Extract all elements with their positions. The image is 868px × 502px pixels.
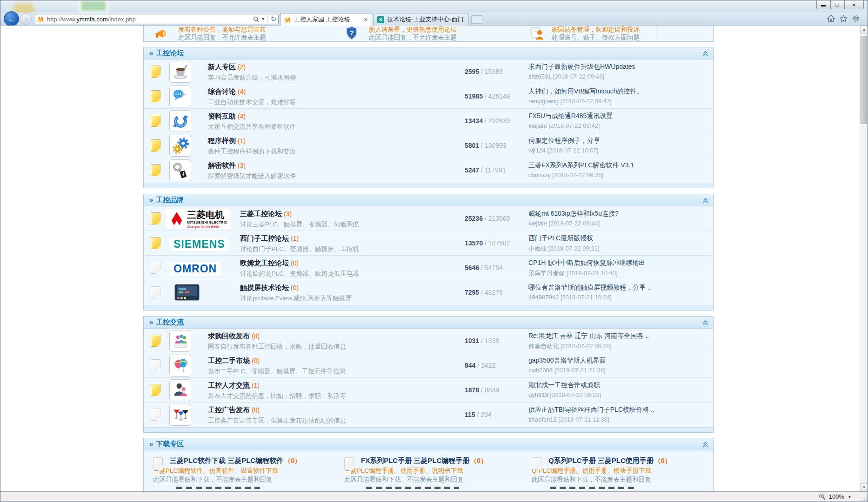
last-post-author[interactable]: qyh919	[528, 391, 548, 398]
download-sub-link[interactable]: 三菱PLC编程手册、使用手册、说明书下载	[344, 468, 487, 474]
last-post-time: [2018-07-22 09:44]	[548, 220, 600, 227]
last-post-link[interactable]: 湖北找一工控合作或兼职	[528, 381, 710, 390]
last-post-author[interactable]: zhz6531	[528, 73, 551, 80]
last-post-author[interactable]: wjl124	[528, 147, 546, 154]
tab-close-icon[interactable]: ✕	[364, 17, 368, 23]
scrollbar-thumb[interactable]	[861, 36, 867, 124]
download-sub-link[interactable]: Q-PLC编程手册、使用手册、模块手册下载	[532, 468, 671, 474]
zoom-dropdown-icon[interactable]: ▼	[848, 495, 852, 499]
settings-gear-icon[interactable]	[852, 15, 860, 22]
forum-title-link[interactable]: 触摸屏技术论坛	[240, 284, 289, 291]
last-post-author[interactable]: cbonszy	[528, 172, 551, 178]
forum-title-link[interactable]: 程序样例	[208, 137, 236, 145]
resize-grip[interactable]	[861, 495, 867, 501]
last-post-link[interactable]: FX5U与威纶通R485通讯设置	[528, 112, 710, 120]
download-forum-link[interactable]: FX系列PLC手册 三菱PLC编程手册	[361, 456, 469, 464]
last-post-author[interactable]: 菜鸟学习者@	[528, 270, 565, 277]
last-post-time: [2018-07-22 09:47]	[561, 98, 612, 105]
restore-button[interactable]: ❐	[830, 0, 844, 9]
section-header[interactable]: »工控交流	[144, 317, 713, 329]
forum-title-link[interactable]: 资料互助	[208, 112, 236, 120]
tab-active[interactable]: M 工控人家园 工控论坛 ✕	[280, 13, 372, 26]
last-post-link[interactable]: 供应正品TBI导轨丝杆西门子PLC模块价格 ..	[528, 406, 710, 414]
announcement-link[interactable]: 新人请来看，更快熟悉使用论坛	[369, 26, 457, 33]
last-post-author[interactable]: zhaofan12	[528, 416, 557, 423]
last-post-author[interactable]: 苏南自动化	[528, 343, 559, 350]
desktop-glass-artifact	[79, 0, 108, 13]
vertical-scrollbar[interactable]: ▲ ▼	[860, 26, 868, 491]
forum-row: 资料互助(4)大家互相交流共享各种资料软件13434 / 292839FX5U与…	[144, 109, 713, 133]
section-header[interactable]: »工控品牌	[144, 194, 713, 206]
last-post-author[interactable]: renqiguang	[528, 98, 559, 105]
last-post-link[interactable]: 伺服定位程序例子，分享	[528, 137, 710, 145]
download-forum-link[interactable]: Q系列PLC手册 三菱PLC使用手册	[548, 456, 654, 464]
favorites-star-icon[interactable]	[840, 15, 848, 22]
forum-title-link[interactable]: 工控二手市场	[208, 357, 250, 364]
back-button[interactable]: ←	[4, 11, 19, 26]
folder-new-posts-icon	[151, 90, 160, 102]
last-post-author[interactable]: xiejiale	[528, 220, 547, 227]
tab-inactive[interactable]: S 技术论坛-工业支持中心-西门...	[373, 13, 469, 26]
last-post-link[interactable]: 威纶mt 6103ip怎样和fx5u连接?	[528, 210, 710, 218]
zoom-level: 100%	[829, 493, 844, 500]
forum-icon	[169, 110, 191, 132]
announcement-link[interactable]: 发布各种公告，奖励与惩罚宣布	[178, 26, 266, 33]
announcement-link[interactable]: 家园站务管理，欢迎建议和投诉	[552, 26, 640, 33]
folder-icon	[151, 262, 160, 274]
forum-description: 讨论三菱PLC、触摸屏、变频器、伺服系统	[240, 220, 482, 229]
forward-button[interactable]: →	[20, 13, 32, 25]
last-post-author[interactable]: xiejiale	[528, 122, 547, 129]
search-icon[interactable]	[253, 16, 259, 22]
forum-icon	[169, 61, 191, 83]
address-dropdown-icon[interactable]: ▼	[261, 17, 266, 21]
section-header[interactable]: »工控论坛	[144, 47, 713, 59]
zoom-control[interactable]: 100% ▼	[819, 493, 852, 500]
last-post-link[interactable]: 三菱FX系列A系列PLC解密软件 V3.1	[528, 161, 710, 170]
folder-icon	[151, 359, 160, 371]
collapse-icon[interactable]	[702, 197, 708, 205]
last-post-link[interactable]: Re:黑龙江 吉林 辽宁 山东 河南等全国各 ..	[528, 332, 710, 340]
forum-title-link[interactable]: 三菱工控论坛	[240, 210, 282, 218]
refresh-icon[interactable]: ↻	[270, 15, 276, 23]
scroll-down-arrow[interactable]: ▼	[860, 483, 868, 491]
folder-new-posts-icon	[151, 212, 160, 225]
forum-row: 求购回收发布(8)网友自行发布各种工控回收，求购，批量回收信息1031 / 19…	[144, 329, 713, 353]
forum-title-link[interactable]: 工控广告发布	[208, 406, 250, 414]
forum-title-link[interactable]: 工控人才交流	[208, 381, 250, 389]
last-post-link[interactable]: 西门子PLC最新版授权	[528, 234, 710, 243]
last-post: 威纶mt 6103ip怎样和fx5u连接?xiejiale [2018-07-2…	[528, 210, 710, 227]
minimize-button[interactable]: ▬	[816, 0, 830, 9]
forum-title-link[interactable]: 综合讨论	[208, 87, 236, 95]
collapse-icon[interactable]	[702, 319, 708, 328]
last-post-link[interactable]: 大神们，如何用VB编写Intouch的控件。	[528, 87, 710, 96]
forum-title-link[interactable]: 西门子工控论坛	[240, 234, 289, 242]
collapse-icon[interactable]	[702, 441, 708, 449]
folder-new-posts-icon	[151, 237, 160, 249]
address-bar[interactable]: M http://www.ymmfa.com/index.php ▼ ↻	[35, 14, 279, 24]
last-post-author[interactable]: cwb2008	[528, 367, 553, 374]
forum-title-link[interactable]: 求购回收发布	[208, 332, 250, 340]
shield-icon: ?	[344, 26, 359, 42]
forum-title-link[interactable]: 解密软件	[208, 161, 236, 169]
new-tab-button[interactable]	[471, 15, 482, 24]
forum-title-link[interactable]: 新人专区	[208, 63, 236, 71]
scroll-up-arrow[interactable]: ▲	[860, 26, 868, 33]
last-post-link[interactable]: gap3500普洛菲斯人机界面	[528, 357, 710, 365]
last-post-link[interactable]: 哪位有普洛菲斯的触摸屏视频教程，分享 ..	[528, 284, 710, 292]
last-post-author[interactable]: 小魔仙	[528, 245, 547, 252]
new-post-count: (0)	[252, 357, 260, 364]
last-post-link[interactable]: 求西门子最新硬件升级包HWUpdates	[528, 63, 710, 71]
forum-title-link[interactable]: 欧姆龙工控论坛	[240, 259, 289, 267]
forum-row: 三菱电机MITSUBISHI ELECTRICChanges for the B…	[144, 206, 713, 231]
download-forum-link[interactable]: 三菱PLC软件下载 三菱PLC编程软件	[170, 456, 283, 464]
status-bar: 100% ▼	[0, 491, 868, 502]
close-button[interactable]: ✕	[844, 0, 864, 9]
collapse-icon[interactable]	[702, 50, 708, 59]
last-post-link[interactable]: CP1H 脉冲中断后如何恢复脉冲继续输出	[528, 259, 710, 267]
url-text[interactable]: http://www.ymmfa.com/index.php	[47, 16, 253, 23]
home-icon[interactable]	[827, 15, 835, 22]
last-post-author[interactable]: 494987942	[528, 294, 559, 301]
download-note: 此区只能看贴和下载，不能发表主题和回复	[532, 476, 671, 483]
section-header[interactable]: »下载专区	[144, 438, 713, 450]
download-sub-link[interactable]: 三菱PLC编程软件、仿真软件、设置软件下载	[153, 468, 301, 474]
